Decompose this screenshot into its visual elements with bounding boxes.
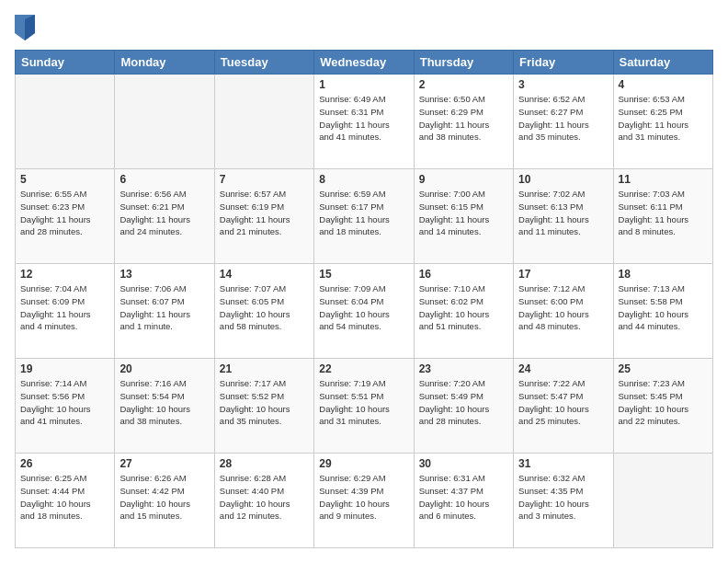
day-number: 18 xyxy=(619,268,708,281)
day-number: 13 xyxy=(119,268,209,281)
calendar-cell: 8Sunrise: 6:59 AM Sunset: 6:17 PM Daylig… xyxy=(314,169,414,264)
calendar-week-row: 19Sunrise: 7:14 AM Sunset: 5:56 PM Dayli… xyxy=(16,359,713,454)
calendar-cell: 20Sunrise: 7:16 AM Sunset: 5:54 PM Dayli… xyxy=(115,359,214,454)
column-header-tuesday: Tuesday xyxy=(214,51,313,75)
day-info: Sunrise: 7:10 AM Sunset: 6:02 PM Dayligh… xyxy=(419,282,508,333)
day-number: 26 xyxy=(20,457,109,470)
calendar-cell: 30Sunrise: 6:31 AM Sunset: 4:37 PM Dayli… xyxy=(414,454,513,548)
calendar-cell: 4Sunrise: 6:53 AM Sunset: 6:25 PM Daylig… xyxy=(613,75,712,169)
day-number: 19 xyxy=(20,362,109,375)
day-info: Sunrise: 6:53 AM Sunset: 6:25 PM Dayligh… xyxy=(619,93,708,144)
day-info: Sunrise: 6:50 AM Sunset: 6:29 PM Dayligh… xyxy=(419,93,508,144)
logo xyxy=(15,15,39,40)
calendar-cell: 25Sunrise: 7:23 AM Sunset: 5:45 PM Dayli… xyxy=(613,359,712,454)
calendar-cell xyxy=(214,75,313,169)
calendar-cell: 15Sunrise: 7:09 AM Sunset: 6:04 PM Dayli… xyxy=(314,264,414,359)
day-number: 24 xyxy=(518,362,608,375)
day-info: Sunrise: 7:13 AM Sunset: 5:58 PM Dayligh… xyxy=(619,282,708,333)
calendar-cell: 5Sunrise: 6:55 AM Sunset: 6:23 PM Daylig… xyxy=(16,169,115,264)
calendar-cell: 6Sunrise: 6:56 AM Sunset: 6:21 PM Daylig… xyxy=(115,169,214,264)
calendar-cell xyxy=(613,454,712,548)
day-info: Sunrise: 6:49 AM Sunset: 6:31 PM Dayligh… xyxy=(319,93,408,144)
calendar-header-row: SundayMondayTuesdayWednesdayThursdayFrid… xyxy=(16,51,713,75)
day-number: 30 xyxy=(419,457,508,470)
calendar-cell: 22Sunrise: 7:19 AM Sunset: 5:51 PM Dayli… xyxy=(314,359,414,454)
calendar-cell: 10Sunrise: 7:02 AM Sunset: 6:13 PM Dayli… xyxy=(514,169,613,264)
day-info: Sunrise: 6:26 AM Sunset: 4:42 PM Dayligh… xyxy=(119,472,209,523)
day-info: Sunrise: 7:12 AM Sunset: 6:00 PM Dayligh… xyxy=(518,282,608,333)
calendar-cell: 21Sunrise: 7:17 AM Sunset: 5:52 PM Dayli… xyxy=(214,359,313,454)
day-number: 28 xyxy=(220,457,309,470)
day-info: Sunrise: 7:16 AM Sunset: 5:54 PM Dayligh… xyxy=(119,377,209,428)
calendar-cell xyxy=(115,75,214,169)
day-info: Sunrise: 6:59 AM Sunset: 6:17 PM Dayligh… xyxy=(319,188,408,238)
calendar-cell: 9Sunrise: 7:00 AM Sunset: 6:15 PM Daylig… xyxy=(414,169,513,264)
day-number: 17 xyxy=(518,268,608,281)
day-number: 3 xyxy=(518,78,608,91)
calendar-week-row: 26Sunrise: 6:25 AM Sunset: 4:44 PM Dayli… xyxy=(16,454,713,548)
day-number: 23 xyxy=(419,362,508,375)
day-info: Sunrise: 7:03 AM Sunset: 6:11 PM Dayligh… xyxy=(619,188,708,238)
calendar-cell: 27Sunrise: 6:26 AM Sunset: 4:42 PM Dayli… xyxy=(115,454,214,548)
calendar-week-row: 12Sunrise: 7:04 AM Sunset: 6:09 PM Dayli… xyxy=(16,264,713,359)
day-info: Sunrise: 6:57 AM Sunset: 6:19 PM Dayligh… xyxy=(220,188,309,238)
day-info: Sunrise: 7:02 AM Sunset: 6:13 PM Dayligh… xyxy=(518,188,608,238)
calendar-cell: 13Sunrise: 7:06 AM Sunset: 6:07 PM Dayli… xyxy=(115,264,214,359)
day-info: Sunrise: 7:22 AM Sunset: 5:47 PM Dayligh… xyxy=(518,377,608,428)
day-info: Sunrise: 6:55 AM Sunset: 6:23 PM Dayligh… xyxy=(20,188,109,238)
calendar-cell: 12Sunrise: 7:04 AM Sunset: 6:09 PM Dayli… xyxy=(16,264,115,359)
day-number: 20 xyxy=(119,362,209,375)
column-header-monday: Monday xyxy=(115,51,214,75)
day-number: 6 xyxy=(119,173,209,186)
calendar-table: SundayMondayTuesdayWednesdayThursdayFrid… xyxy=(15,50,713,548)
calendar-cell: 31Sunrise: 6:32 AM Sunset: 4:35 PM Dayli… xyxy=(514,454,613,548)
column-header-saturday: Saturday xyxy=(613,51,712,75)
logo-icon xyxy=(15,15,35,40)
day-info: Sunrise: 6:31 AM Sunset: 4:37 PM Dayligh… xyxy=(419,472,508,523)
day-number: 8 xyxy=(319,173,408,186)
day-info: Sunrise: 7:19 AM Sunset: 5:51 PM Dayligh… xyxy=(319,377,408,428)
calendar-cell: 29Sunrise: 6:29 AM Sunset: 4:39 PM Dayli… xyxy=(314,454,414,548)
day-info: Sunrise: 6:28 AM Sunset: 4:40 PM Dayligh… xyxy=(220,472,309,523)
day-info: Sunrise: 6:32 AM Sunset: 4:35 PM Dayligh… xyxy=(518,472,608,523)
day-info: Sunrise: 7:20 AM Sunset: 5:49 PM Dayligh… xyxy=(419,377,508,428)
calendar-cell: 17Sunrise: 7:12 AM Sunset: 6:00 PM Dayli… xyxy=(514,264,613,359)
day-info: Sunrise: 7:14 AM Sunset: 5:56 PM Dayligh… xyxy=(20,377,109,428)
day-info: Sunrise: 7:07 AM Sunset: 6:05 PM Dayligh… xyxy=(220,282,309,333)
day-info: Sunrise: 7:06 AM Sunset: 6:07 PM Dayligh… xyxy=(119,282,209,333)
calendar-week-row: 1Sunrise: 6:49 AM Sunset: 6:31 PM Daylig… xyxy=(16,75,713,169)
column-header-wednesday: Wednesday xyxy=(314,51,414,75)
calendar-cell: 2Sunrise: 6:50 AM Sunset: 6:29 PM Daylig… xyxy=(414,75,513,169)
day-number: 16 xyxy=(419,268,508,281)
calendar-cell: 23Sunrise: 7:20 AM Sunset: 5:49 PM Dayli… xyxy=(414,359,513,454)
calendar-week-row: 5Sunrise: 6:55 AM Sunset: 6:23 PM Daylig… xyxy=(16,169,713,264)
calendar-cell: 18Sunrise: 7:13 AM Sunset: 5:58 PM Dayli… xyxy=(613,264,712,359)
day-number: 27 xyxy=(119,457,209,470)
column-header-thursday: Thursday xyxy=(414,51,513,75)
day-info: Sunrise: 6:25 AM Sunset: 4:44 PM Dayligh… xyxy=(20,472,109,523)
calendar-cell: 7Sunrise: 6:57 AM Sunset: 6:19 PM Daylig… xyxy=(214,169,313,264)
day-info: Sunrise: 6:52 AM Sunset: 6:27 PM Dayligh… xyxy=(518,93,608,144)
calendar-cell: 16Sunrise: 7:10 AM Sunset: 6:02 PM Dayli… xyxy=(414,264,513,359)
calendar-cell: 26Sunrise: 6:25 AM Sunset: 4:44 PM Dayli… xyxy=(16,454,115,548)
day-number: 1 xyxy=(319,78,408,91)
column-header-sunday: Sunday xyxy=(16,51,115,75)
day-number: 4 xyxy=(619,78,708,91)
day-number: 14 xyxy=(220,268,309,281)
calendar-cell: 14Sunrise: 7:07 AM Sunset: 6:05 PM Dayli… xyxy=(214,264,313,359)
day-number: 10 xyxy=(518,173,608,186)
day-info: Sunrise: 7:09 AM Sunset: 6:04 PM Dayligh… xyxy=(319,282,408,333)
day-info: Sunrise: 7:23 AM Sunset: 5:45 PM Dayligh… xyxy=(619,377,708,428)
day-number: 29 xyxy=(319,457,408,470)
day-number: 5 xyxy=(20,173,109,186)
day-number: 15 xyxy=(319,268,408,281)
calendar-cell: 28Sunrise: 6:28 AM Sunset: 4:40 PM Dayli… xyxy=(214,454,313,548)
day-info: Sunrise: 7:04 AM Sunset: 6:09 PM Dayligh… xyxy=(20,282,109,333)
day-info: Sunrise: 6:56 AM Sunset: 6:21 PM Dayligh… xyxy=(119,188,209,238)
calendar-cell: 24Sunrise: 7:22 AM Sunset: 5:47 PM Dayli… xyxy=(514,359,613,454)
calendar-cell: 1Sunrise: 6:49 AM Sunset: 6:31 PM Daylig… xyxy=(314,75,414,169)
day-number: 25 xyxy=(619,362,708,375)
calendar-cell: 19Sunrise: 7:14 AM Sunset: 5:56 PM Dayli… xyxy=(16,359,115,454)
calendar-cell: 3Sunrise: 6:52 AM Sunset: 6:27 PM Daylig… xyxy=(514,75,613,169)
calendar-cell: 11Sunrise: 7:03 AM Sunset: 6:11 PM Dayli… xyxy=(613,169,712,264)
